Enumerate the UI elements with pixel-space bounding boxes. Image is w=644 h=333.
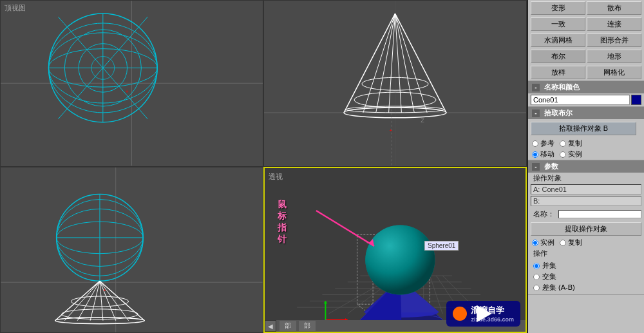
svg-text:+: + [103,287,106,293]
op-intersection-row: 交集 [533,271,639,282]
right-panel: 变形 散布 一致 连接 水滴网格 图形合并 布尔 地形 放样 网格化 - 名称和… [528,0,644,333]
viewport-perspective-label: 透视 [269,172,283,182]
btn-boolean[interactable]: 布尔 [531,50,585,63]
operation-radios: 并集 交集 差集 (A-B) [528,259,644,294]
tools-row-4: 布尔 地形 [528,48,644,64]
svg-text:+: + [390,128,393,133]
viewport-top-right[interactable]: Z + [263,0,527,167]
viewport-bottom-left[interactable]: + [0,167,263,334]
svg-line-42 [77,281,100,320]
btn-terrain[interactable]: 地形 [587,50,641,63]
instance-extract-radio: 实例 [532,238,554,247]
collapse-name-color[interactable]: - [532,84,540,91]
svg-point-47 [71,296,128,307]
tools-row-1: 变形 散布 [528,0,644,16]
scroll-left[interactable]: ◀ [265,320,276,332]
parameters-header: - 参数 [528,160,644,173]
instance-radio: 实例 [560,149,582,159]
viewport-area: 顶视图 + [0,0,528,333]
radio-move[interactable] [532,151,538,158]
radio-copy[interactable] [560,140,566,147]
operand-b-row: B: [528,195,644,207]
operand-b-field: B: [531,196,641,206]
sphere-label: Sphere01 [424,241,459,251]
collapse-parameters[interactable]: - [532,163,540,171]
op-subtraction-row: 差集 (A-B) [533,282,639,293]
operand-name-input[interactable] [558,210,641,218]
operation-label-row: 操作 [528,248,644,259]
btn-connect[interactable]: 连接 [587,17,641,31]
name-color-header: - 名称和颜色 [528,81,644,93]
tools-row-3: 水滴网格 图形合并 [528,32,644,48]
viewport-top-left[interactable]: 顶视图 + [0,0,263,167]
name-color-section: - 名称和颜色 [528,81,644,107]
operands-label: 操作对象 [528,173,644,184]
fetch-boolean-header: - 拾取布尔 [528,107,644,119]
btn-meshsmooth[interactable]: 网格化 [587,66,641,79]
move-radio: 移动 [532,149,554,159]
fetch-radio-row-2: 移动 实例 [528,149,644,160]
annotation-text: 鼠标指针 [278,199,287,245]
svg-line-41 [65,281,100,320]
svg-marker-89 [477,305,492,323]
svg-point-49 [55,317,145,323]
pick-operand-btn[interactable]: 拾取操作对象 B [531,122,636,135]
btn-shapemerge[interactable]: 图形合并 [587,33,641,47]
btn-transform[interactable]: 变形 [531,1,585,15]
radio-reference[interactable] [532,140,538,147]
name-color-row [528,93,644,106]
radio-instance[interactable] [560,151,566,158]
name-row: 名称： [528,207,644,221]
tools-section: 变形 散布 一致 连接 水滴网格 图形合并 布尔 地形 放样 网格化 [528,0,644,81]
sub-tab-2[interactable]: 部 [298,320,316,332]
fetch-radio-row-1: 参考 复制 [528,138,644,149]
watermark: 溜溜自学 zixue.3d66.com [446,301,520,327]
object-name-input[interactable] [531,95,630,105]
svg-line-16 [344,14,395,113]
sub-tab-1[interactable]: 部 [279,320,297,332]
operand-a-row: A: Cone01 [528,184,644,195]
btn-blobmesh[interactable]: 水滴网格 [531,33,585,47]
btn-conform[interactable]: 一致 [531,17,585,31]
radio-subtraction[interactable] [533,285,540,291]
radio-extract-copy[interactable] [560,240,566,246]
extract-type-row: 实例 复制 [528,237,644,248]
viewport-top-left-label: 顶视图 [5,3,26,13]
btn-loft[interactable]: 放样 [531,66,585,79]
sub-tabs: 部 部 [276,320,316,332]
op-union-row: 并集 [533,260,639,271]
extract-operand-btn[interactable]: 提取操作对象 [531,222,641,236]
radio-intersection[interactable] [533,274,540,280]
copy-extract-radio: 复制 [560,238,582,247]
copy-radio: 复制 [560,138,582,148]
viewport-bottom-right[interactable]: 透视 [263,167,527,334]
operand-a-field: A: Cone01 [531,184,641,195]
svg-line-87 [316,211,374,246]
svg-line-17 [395,14,446,113]
fetch-boolean-section: - 拾取布尔 拾取操作对象 B 参考 复制 移动 实例 [528,107,644,160]
btn-scatter[interactable]: 散布 [587,1,641,15]
svg-text:Z: Z [421,117,424,124]
tools-row-2: 一致 连接 [528,16,644,32]
collapse-fetch-boolean[interactable]: - [532,109,540,117]
radio-extract-instance[interactable] [532,240,538,246]
tools-row-5: 放样 网格化 [528,64,644,81]
svg-line-43 [90,281,100,320]
color-swatch[interactable] [631,95,641,105]
parameters-section: - 参数 操作对象 A: Cone01 B: 名称： 提取操作对象 实例 复制 [528,160,644,295]
svg-text:+: + [126,88,129,95]
ref-radio: 参考 [532,138,554,148]
watermark-icon [453,307,467,321]
radio-union[interactable] [533,263,540,269]
